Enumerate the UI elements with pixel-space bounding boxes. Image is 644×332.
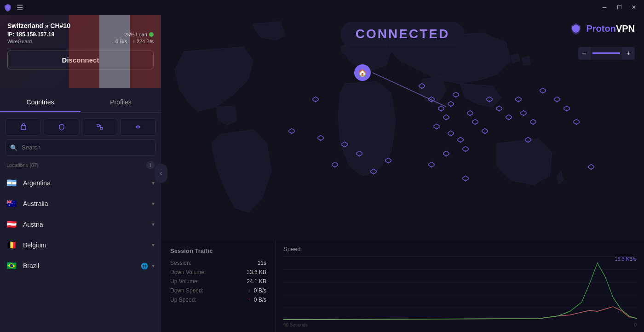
flag-brazil-icon: 🇧🇷 — [6, 262, 17, 270]
protonvpn-logo-icon — [569, 22, 582, 35]
country-item-brazil[interactable]: 🇧🇷 Brazil 🌐 ▾ — [0, 256, 161, 276]
chevron-down-belgium-icon: ▾ — [152, 242, 155, 248]
filter-shield[interactable] — [44, 118, 79, 136]
sidebar-info: Switzerland » CH#10 IP: 185.159.157.19 2… — [0, 15, 161, 44]
chevron-down-australia-icon: ▾ — [152, 200, 155, 207]
protocol-row: WireGuard ↓ 0 B/s ↑ 224 B/s — [7, 39, 154, 44]
flag-austria-icon: 🇦🇹 — [6, 220, 17, 229]
tabs: Countries Profiles — [0, 93, 161, 113]
main-content: ‹ — [161, 15, 644, 332]
tab-countries[interactable]: Countries — [0, 93, 80, 112]
speed-chart-title: Speed — [283, 246, 637, 252]
flag-australia-icon: 🇦🇺 — [6, 200, 17, 208]
country-name-belgium: Belgium — [23, 241, 152, 249]
load-indicator: 25% Load — [124, 32, 154, 37]
protonvpn-logo-text: ProtonVPN — [586, 23, 635, 34]
speed-chart-area: Speed 15.3 KB/s — [276, 240, 644, 332]
search-input[interactable] — [6, 139, 155, 155]
chart-time-start: 60 Seconds — [283, 322, 308, 327]
sidebar: Switzerland » CH#10 IP: 185.159.157.19 2… — [0, 15, 161, 332]
stat-row-down-volume: Down Volume: 33.6 KB — [170, 269, 266, 275]
proton-logo: ProtonVPN — [569, 22, 635, 35]
stat-row-down-speed: Down Speed: ↓ 0 B/s — [170, 287, 266, 294]
down-volume-label: Down Volume: — [170, 269, 206, 275]
info-button[interactable]: i — [146, 161, 155, 169]
protocol-label: WireGuard — [7, 39, 32, 44]
zoom-controls: − + — [578, 47, 635, 60]
session-value: 11s — [258, 260, 266, 266]
up-speed: ↑ 224 B/s — [132, 39, 154, 44]
chevron-down-brazil-icon: ▾ — [152, 263, 155, 269]
locations-label: Locations (67) i — [0, 159, 161, 173]
up-speed-label: Up Speed: — [170, 297, 196, 303]
window-controls: ─ ☐ ✕ — [598, 2, 640, 12]
country-name-australia: Australia — [23, 200, 152, 207]
search-wrap: 🔍 — [6, 139, 155, 155]
arrow-up-icon: ↑ — [247, 297, 250, 303]
svg-rect-0 — [21, 126, 26, 130]
chart-time-labels: 60 Seconds 0 — [283, 322, 637, 327]
filter-secure-core[interactable] — [6, 118, 41, 136]
globe-brazil-icon: 🌐 — [141, 263, 148, 269]
country-item-argentina[interactable]: 🇦🇷 Argentina ▾ — [0, 173, 161, 194]
country-name-argentina: Argentina — [23, 179, 152, 187]
locations-count: Locations (67) — [6, 162, 39, 168]
session-label: Session: — [170, 260, 191, 266]
app-logo-icon — [4, 3, 12, 11]
session-traffic: Session Traffic Session: 11s Down Volume… — [161, 240, 276, 332]
tab-profiles[interactable]: Profiles — [80, 93, 161, 112]
zoom-out-button[interactable]: − — [578, 47, 591, 60]
ip-row: IP: 185.159.157.19 25% Load — [7, 31, 154, 38]
country-item-austria[interactable]: 🇦🇹 Austria ▾ — [0, 214, 161, 235]
filter-p2p[interactable] — [82, 118, 117, 136]
home-pin: 🏠 — [354, 64, 371, 81]
country-name-brazil: Brazil — [23, 262, 141, 269]
world-map-background — [161, 15, 644, 240]
country-name-austria: Austria — [23, 221, 152, 228]
search-bar: 🔍 — [6, 139, 155, 155]
chevron-down-argentina-icon: ▾ — [152, 180, 155, 186]
session-traffic-title: Session Traffic — [170, 247, 266, 254]
connection-header: Switzerland » CH#10 IP: 185.159.157.19 2… — [0, 15, 161, 88]
country-list: 🇦🇷 Argentina ▾ 🇦🇺 Australia ▾ 🇦🇹 Austria… — [0, 173, 161, 332]
title-bar-left: ☰ — [4, 3, 23, 12]
down-speed-label: Down Speed: — [170, 287, 203, 294]
title-bar: ☰ ─ ☐ ✕ — [0, 0, 644, 15]
connection-title: Switzerland » CH#10 — [7, 22, 154, 29]
filter-tor[interactable] — [120, 118, 155, 136]
country-item-australia[interactable]: 🇦🇺 Australia ▾ — [0, 194, 161, 214]
up-volume-value: 24.1 KB — [247, 278, 266, 285]
stat-row-session: Session: 11s — [170, 260, 266, 266]
map-area: CONNECTED ProtonVPN − + 🏠 — [161, 15, 644, 240]
zoom-bar — [592, 52, 620, 54]
bottom-panel: Session Traffic Session: 11s Down Volume… — [161, 240, 644, 332]
flag-argentina-icon: 🇦🇷 — [6, 179, 17, 187]
hamburger-menu-icon[interactable]: ☰ — [17, 3, 23, 12]
main-layout: Switzerland » CH#10 IP: 185.159.157.19 2… — [0, 15, 644, 332]
home-circle-icon: 🏠 — [354, 64, 371, 81]
chart-time-end: 0 — [634, 322, 637, 327]
load-dot-icon — [149, 32, 154, 37]
load-text: 25% Load — [124, 32, 147, 37]
chevron-down-austria-icon: ▾ — [152, 221, 155, 228]
down-volume-value: 33.6 KB — [247, 269, 266, 275]
down-speed: ↓ 0 B/s — [112, 39, 127, 44]
flag-belgium-icon: 🇧🇪 — [6, 241, 17, 249]
connected-text: CONNECTED — [356, 27, 449, 41]
minimize-button[interactable]: ─ — [598, 2, 611, 12]
connected-badge: CONNECTED — [341, 22, 464, 46]
up-speed-value: ↑ 0 B/s — [247, 297, 266, 303]
country-item-belgium[interactable]: 🇧🇪 Belgium ▾ — [0, 235, 161, 256]
zoom-in-button[interactable]: + — [622, 47, 635, 60]
filter-row — [0, 113, 161, 139]
close-button[interactable]: ✕ — [627, 2, 640, 12]
stat-row-up-speed: Up Speed: ↑ 0 B/s — [170, 297, 266, 303]
maximize-button[interactable]: ☐ — [613, 2, 626, 12]
speed-info: ↓ 0 B/s ↑ 224 B/s — [112, 39, 154, 44]
up-volume-label: Up Volume: — [170, 278, 199, 285]
svg-rect-1 — [97, 125, 99, 126]
stat-row-up-volume: Up Volume: 24.1 KB — [170, 278, 266, 285]
svg-rect-2 — [100, 127, 103, 129]
collapse-sidebar-button[interactable]: ‹ — [155, 164, 167, 183]
ip-address: IP: 185.159.157.19 — [7, 31, 54, 38]
